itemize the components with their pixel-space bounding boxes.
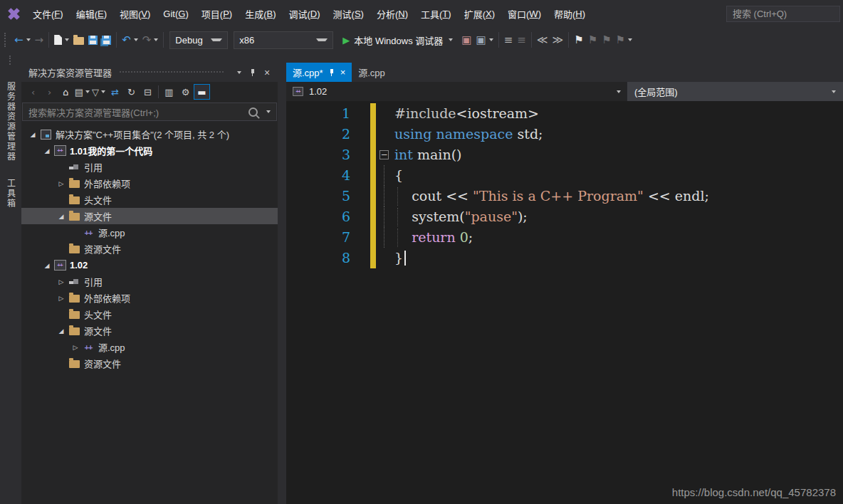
breakpoint-margin[interactable] bbox=[286, 186, 315, 206]
menu-item[interactable]: 视图(V) bbox=[113, 0, 157, 27]
editor-tab[interactable]: 源.cpp bbox=[352, 63, 392, 82]
apply-code-changes-button[interactable]: ▣ bbox=[459, 31, 473, 49]
new-file-button[interactable] bbox=[52, 31, 71, 49]
breakpoint-margin[interactable] bbox=[286, 227, 315, 248]
menu-item[interactable]: 生成(B) bbox=[239, 0, 282, 27]
tree-item[interactable]: 源.cpp bbox=[21, 224, 278, 241]
outlining-margin[interactable] bbox=[376, 124, 394, 145]
breakpoint-margin[interactable] bbox=[286, 165, 315, 186]
expand-arrow-icon[interactable]: ▷ bbox=[70, 344, 81, 351]
pending-changes-filter-button[interactable]: ▽ bbox=[90, 84, 107, 100]
preview-window-button[interactable]: ▣ bbox=[473, 31, 495, 49]
breakpoint-margin[interactable] bbox=[286, 103, 315, 124]
quick-search-input[interactable] bbox=[726, 6, 840, 22]
collapse-arrow-icon[interactable]: ◢ bbox=[27, 131, 38, 138]
breakpoint-margin[interactable] bbox=[286, 145, 315, 165]
menu-item[interactable]: 窗口(W) bbox=[501, 0, 548, 27]
open-file-button[interactable] bbox=[71, 31, 86, 49]
tree-item[interactable]: ◢1.02 bbox=[21, 257, 278, 273]
menu-item[interactable]: 分析(N) bbox=[370, 0, 414, 27]
menu-item[interactable]: 调试(D) bbox=[283, 0, 327, 27]
home-button[interactable]: ⌂ bbox=[58, 84, 74, 100]
refresh-button[interactable]: ↻ bbox=[123, 84, 140, 100]
tree-item[interactable]: ▷引用 bbox=[21, 273, 278, 290]
menu-item[interactable]: 编辑(E) bbox=[70, 0, 113, 27]
previous-bookmark-button[interactable]: ⚑ bbox=[586, 31, 599, 49]
breakpoint-margin[interactable] bbox=[286, 124, 315, 145]
outlining-margin[interactable] bbox=[376, 165, 394, 186]
sync-with-active-document-button[interactable]: ⇄ bbox=[107, 84, 123, 100]
panel-drag-area[interactable] bbox=[119, 70, 224, 74]
tree-item[interactable]: ◢解决方案"C++项目集合"(2 个项目, 共 2 个) bbox=[21, 126, 278, 142]
tree-item[interactable]: 头文件 bbox=[21, 191, 278, 208]
show-all-files-button[interactable]: ▥ bbox=[161, 84, 177, 100]
preview-selected-items-button[interactable]: ▬ bbox=[194, 84, 210, 100]
outlining-margin[interactable] bbox=[376, 248, 394, 268]
menu-item[interactable]: 帮助(H) bbox=[548, 0, 592, 27]
outlining-margin[interactable] bbox=[376, 206, 394, 227]
outlining-margin[interactable]: − bbox=[376, 145, 394, 165]
switch-views-button[interactable]: ▤ bbox=[74, 84, 90, 100]
collapse-arrow-icon[interactable]: ◢ bbox=[41, 147, 53, 154]
pin-icon[interactable] bbox=[328, 68, 335, 77]
tree-item[interactable]: 头文件 bbox=[21, 306, 278, 322]
code-editor[interactable]: https://blog.csdn.net/qq_45782378 1#incl… bbox=[286, 101, 843, 504]
window-position-button[interactable] bbox=[232, 66, 245, 79]
menu-item[interactable]: 文件(F) bbox=[26, 0, 70, 27]
collapse-arrow-icon[interactable]: ◢ bbox=[56, 327, 67, 335]
properties-button[interactable]: ⚙ bbox=[177, 84, 194, 100]
editor-tab[interactable]: 源.cpp*× bbox=[286, 63, 352, 82]
side-tab[interactable]: 服务器资源管理器 bbox=[5, 82, 17, 162]
code-line[interactable]: 6 system("pause"); bbox=[286, 206, 843, 227]
tree-item[interactable]: ▷源.cpp bbox=[21, 339, 278, 355]
collapse-all-button[interactable]: ⊟ bbox=[140, 84, 156, 100]
tree-item[interactable]: ◢1.01我的第一个代码 bbox=[21, 142, 278, 159]
navigate-forward-button[interactable]: → bbox=[33, 31, 46, 49]
code-line[interactable]: 5 cout << "This is a C++ Program" << end… bbox=[286, 186, 843, 206]
expand-arrow-icon[interactable]: ▷ bbox=[56, 295, 67, 302]
code-line[interactable]: 2using namespace std; bbox=[286, 124, 843, 145]
indent-decrease-button[interactable]: ≪ bbox=[535, 31, 550, 49]
outlining-margin[interactable] bbox=[376, 103, 394, 124]
navigate-backward-button[interactable]: ← bbox=[12, 31, 33, 49]
tree-item[interactable]: 引用 bbox=[21, 159, 278, 175]
back-button[interactable]: ‹ bbox=[25, 84, 41, 100]
menu-item[interactable]: Git(G) bbox=[157, 0, 194, 27]
project-dropdown[interactable]: 1.02 bbox=[286, 82, 627, 101]
outlining-margin[interactable] bbox=[376, 227, 394, 248]
code-line[interactable]: 7 return 0; bbox=[286, 227, 843, 248]
toolbar-drag-grip[interactable] bbox=[4, 33, 8, 47]
tree-item[interactable]: 资源文件 bbox=[21, 241, 278, 257]
tree-item[interactable]: ▷外部依赖项 bbox=[21, 290, 278, 306]
close-button[interactable]: × bbox=[261, 66, 273, 79]
solution-search-box[interactable]: 搜索解决方案资源管理器(Ctrl+;) bbox=[22, 103, 277, 121]
bookmark-button[interactable]: ⚑ bbox=[572, 31, 585, 49]
code-line[interactable]: 4{ bbox=[286, 165, 843, 186]
menu-item[interactable]: 项目(P) bbox=[195, 0, 239, 27]
expand-arrow-icon[interactable]: ▷ bbox=[56, 278, 67, 285]
side-tab[interactable]: 工具箱 bbox=[5, 179, 17, 209]
chevron-down-icon[interactable] bbox=[266, 110, 271, 113]
solution-platforms-select[interactable]: x86 bbox=[234, 31, 333, 49]
collapse-arrow-icon[interactable]: ◢ bbox=[56, 213, 67, 220]
clear-bookmarks-button[interactable]: ⚑ bbox=[614, 31, 634, 49]
expand-arrow-icon[interactable]: ▷ bbox=[56, 180, 67, 187]
save-button[interactable] bbox=[86, 31, 100, 49]
code-line[interactable]: 3−int main() bbox=[286, 145, 843, 165]
code-line[interactable]: 1#include<iostream> bbox=[286, 103, 843, 124]
tree-item[interactable]: ◢源文件 bbox=[21, 322, 278, 339]
menu-item[interactable]: 工具(T) bbox=[414, 0, 458, 27]
tree-item[interactable]: 资源文件 bbox=[21, 355, 278, 372]
redo-button[interactable]: ↷ bbox=[140, 31, 161, 49]
comment-button[interactable]: ≡ bbox=[502, 31, 515, 49]
menu-item[interactable]: 测试(S) bbox=[327, 0, 370, 27]
collapse-arrow-icon[interactable]: ◢ bbox=[41, 262, 53, 269]
undo-button[interactable]: ↶ bbox=[120, 31, 140, 49]
solution-configurations-select[interactable]: Debug bbox=[169, 31, 228, 49]
scope-dropdown[interactable]: (全局范围) bbox=[627, 82, 843, 101]
tree-item[interactable]: ▷外部依赖项 bbox=[21, 175, 278, 191]
pin-button[interactable] bbox=[246, 66, 259, 79]
next-bookmark-button[interactable]: ⚑ bbox=[599, 31, 613, 49]
breakpoint-margin[interactable] bbox=[286, 248, 315, 268]
start-debugging-button[interactable]: ▶ 本地 Windows 调试器 bbox=[336, 33, 459, 47]
